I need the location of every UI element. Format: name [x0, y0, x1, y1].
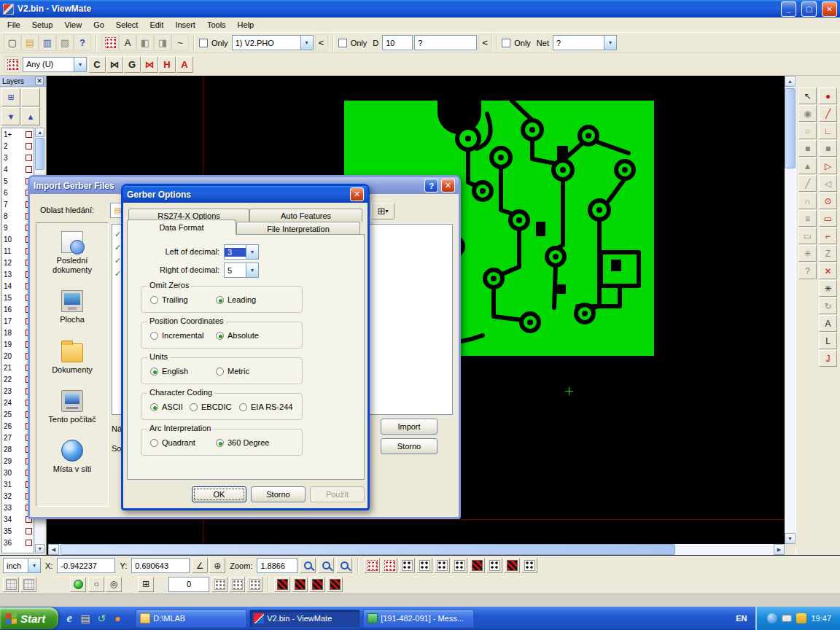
radio-absolute[interactable]: Absolute: [216, 331, 259, 340]
task-button[interactable]: D:\MLAB: [136, 610, 246, 628]
layer-row[interactable]: 1+: [2, 128, 34, 140]
new-file-icon[interactable]: ▢: [4, 34, 21, 51]
menu-item[interactable]: View: [58, 19, 88, 31]
layer-row[interactable]: 35: [2, 525, 34, 537]
zoom-field[interactable]: 1.8866: [257, 558, 298, 573]
radio-ascii[interactable]: ASCII: [150, 402, 183, 411]
zigzag-tool-icon[interactable]: Z: [819, 245, 837, 262]
radio-eia-rs244[interactable]: EIA RS-244: [239, 402, 292, 411]
layer-row[interactable]: 4: [2, 163, 34, 175]
pad-dots5-icon[interactable]: [486, 558, 502, 573]
arc-tool-icon[interactable]: ∩: [798, 192, 817, 209]
pointer-tool-icon[interactable]: ↖: [798, 88, 817, 104]
circle-pair-tool-icon[interactable]: ○: [798, 122, 817, 139]
gerber-dialog-titlebar[interactable]: Gerber Options ✕: [123, 186, 368, 203]
menu-item[interactable]: File: [1, 19, 26, 31]
layer-select[interactable]: 1) V2.PHO ▾: [232, 35, 314, 50]
layer-row[interactable]: 36: [2, 537, 34, 548]
nav-bowtie-red-icon[interactable]: ⋈: [141, 56, 158, 73]
scroll-left-icon[interactable]: ◀: [48, 544, 59, 555]
chevron-down-icon[interactable]: ▾: [246, 245, 258, 259]
dcode-input[interactable]: 10: [382, 35, 413, 50]
j-hook-tool-icon[interactable]: J: [819, 350, 837, 367]
only-net-checkbox[interactable]: [502, 39, 510, 47]
star-tool-icon[interactable]: ✳: [798, 245, 817, 262]
vertical-scrollbar[interactable]: ▲ ▼: [785, 76, 796, 544]
start-button[interactable]: Start: [0, 607, 58, 629]
dcode-filter-input[interactable]: ?: [414, 35, 477, 50]
radio-quadrant[interactable]: Quadrant: [150, 438, 195, 447]
any-select[interactable]: Any (U) ▾: [23, 57, 87, 72]
place-item[interactable]: Dokumenty: [36, 332, 108, 382]
close-button[interactable]: ✕: [441, 179, 455, 192]
layer-color-swatch[interactable]: [26, 166, 32, 173]
frame-red-icon[interactable]: [364, 558, 380, 573]
scroll-up-icon[interactable]: ▲: [785, 76, 796, 87]
pad-dots2-icon[interactable]: [416, 558, 432, 573]
aperture-grid2-icon[interactable]: [229, 577, 245, 592]
minimize-button[interactable]: _: [781, 1, 796, 17]
open-file-icon[interactable]: ▤: [21, 34, 39, 51]
flash-left-tool-icon[interactable]: ◁: [819, 175, 837, 192]
select-frame-icon[interactable]: [101, 34, 119, 51]
scroll-up-icon[interactable]: ▲: [35, 128, 44, 137]
highlight-text-icon[interactable]: A: [119, 34, 136, 51]
cut-tool-icon[interactable]: ✕: [819, 262, 837, 279]
menu-item[interactable]: Go: [88, 19, 110, 31]
filled-square-tool-icon[interactable]: ■: [819, 140, 837, 157]
rotate-tool-icon[interactable]: ↻: [819, 298, 837, 314]
fill-pattern2-icon[interactable]: [292, 577, 308, 592]
unit-select[interactable]: inch ▾: [3, 558, 41, 573]
layer-up-button[interactable]: ▲: [21, 107, 40, 125]
layers-panel-header[interactable]: Layers ✕: [0, 76, 46, 87]
ok-button[interactable]: OK: [192, 486, 246, 502]
nav-c-icon[interactable]: C: [88, 56, 106, 73]
quicklaunch-ie-icon[interactable]: e: [61, 610, 77, 626]
measure-angle-icon[interactable]: ∠: [192, 558, 208, 573]
y-coordinate-field[interactable]: 0.690643: [131, 558, 190, 573]
vscroll-track[interactable]: [785, 87, 796, 533]
menu-item[interactable]: Select: [110, 19, 144, 31]
close-icon[interactable]: ✕: [35, 77, 44, 85]
only-dcode-checkbox[interactable]: [338, 39, 347, 47]
task-button[interactable]: V2.bin - ViewMate: [249, 610, 360, 628]
x-coordinate-field[interactable]: -0.942237: [57, 558, 115, 573]
checker-icon[interactable]: [469, 558, 485, 573]
tray-keyboard-icon[interactable]: [782, 615, 792, 622]
tab-file-interpretation[interactable]: File Interpretation: [236, 222, 360, 235]
radio-trailing[interactable]: Trailing: [150, 295, 188, 304]
arrow-tool-icon[interactable]: ▷: [819, 158, 837, 174]
chevron-down-icon[interactable]: ▾: [246, 263, 258, 277]
help-button[interactable]: ?: [424, 179, 438, 192]
corner-tool-icon[interactable]: ⌐: [819, 228, 837, 244]
aperture-table-button[interactable]: ⊞: [138, 577, 154, 592]
half-left-icon[interactable]: ◧: [136, 34, 154, 51]
pad-dots3-icon[interactable]: [434, 558, 450, 573]
scroll-down-icon[interactable]: ▼: [35, 544, 44, 553]
net-select[interactable]: ? ▾: [553, 35, 617, 50]
views-button[interactable]: ⊞▾: [371, 203, 394, 219]
context-help-icon[interactable]: ?: [74, 34, 91, 51]
close-button[interactable]: ✕: [350, 187, 364, 201]
vscroll-thumb[interactable]: [785, 88, 796, 168]
layer-row[interactable]: 3: [2, 152, 34, 163]
origin-target-icon[interactable]: ⊕: [209, 558, 225, 573]
right-decimal-select[interactable]: 5 ▾: [224, 262, 259, 278]
chevron-down-icon[interactable]: ▾: [300, 36, 313, 50]
menu-item[interactable]: Help: [232, 19, 260, 31]
hscroll-track[interactable]: [59, 544, 774, 555]
filled-rect-tool-icon[interactable]: ■: [798, 140, 817, 157]
fill-pattern3-icon[interactable]: [309, 577, 325, 592]
status-light-button[interactable]: [70, 577, 86, 592]
menu-item[interactable]: Edit: [144, 19, 169, 31]
copy-layer-icon[interactable]: [20, 577, 36, 592]
radio-leading[interactable]: Leading: [216, 295, 256, 304]
radio-360-degree[interactable]: 360 Degree: [216, 438, 270, 447]
zoom-in-icon[interactable]: [300, 558, 316, 573]
help-tool-icon[interactable]: ?: [798, 262, 817, 279]
cancel-button[interactable]: Storno: [381, 438, 438, 454]
import-button[interactable]: Import: [381, 419, 438, 435]
only-layer-checkbox[interactable]: [199, 39, 208, 47]
quicklaunch-firefox-icon[interactable]: ●: [109, 610, 125, 626]
circle-target-icon[interactable]: ◎: [106, 577, 122, 592]
